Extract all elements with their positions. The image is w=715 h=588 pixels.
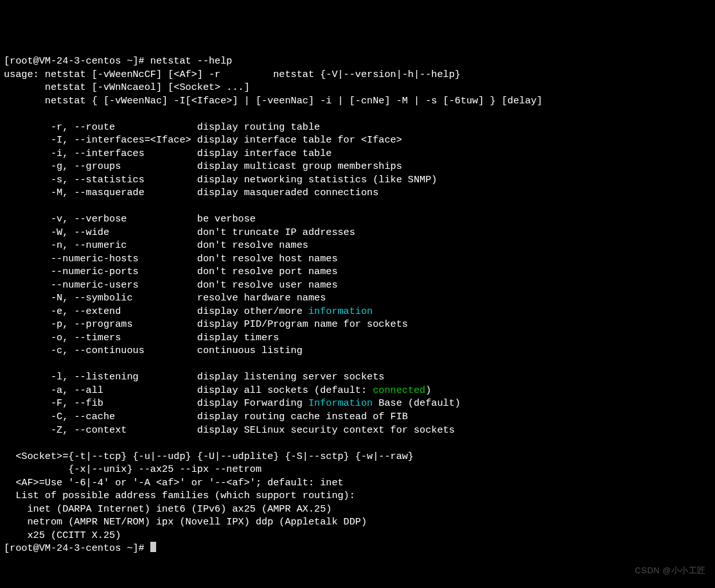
option-line: --numeric-users don't resolve user names [51, 279, 338, 291]
option-line: -C, --cache display routing cache instea… [51, 411, 408, 422]
address-families-header: List of possible address families (which… [4, 490, 355, 501]
option-line: -i, --interfaces display interface table [51, 148, 331, 159]
prompt: [root@VM-24-3-centos ~]# [4, 55, 150, 67]
option-line: --numeric-hosts don't resolve host names [51, 253, 338, 264]
af-syntax: <AF>=Use '-6|-4' or '-A <af>' or '--<af>… [4, 477, 344, 489]
address-family-line: netrom (AMPR NET/ROM) ipx (Novell IPX) d… [4, 516, 373, 528]
usage-line: usage: netstat [-vWeenNcCF] [<Af>] -r ne… [4, 69, 461, 80]
socket-syntax: <Socket>={-t|--tcp} {-u|--udp} {-U|--udp… [4, 451, 414, 462]
address-family-line: x25 (CCITT X.25) [4, 530, 127, 541]
watermark: CSDN @小小工匠 [635, 565, 706, 576]
highlight-word: connected [373, 385, 425, 396]
cursor[interactable] [150, 542, 156, 552]
option-line: -N, --symbolic resolve hardware names [51, 292, 326, 304]
option-line: -c, --continuous continuous listing [51, 345, 303, 356]
option-line: -e, --extend display other/more informat… [51, 306, 373, 317]
highlight-word: information [308, 306, 373, 317]
option-line: -o, --timers display timers [51, 332, 279, 343]
option-line: -M, --masquerade display masqueraded con… [51, 187, 378, 198]
command-text: netstat --help [150, 55, 233, 67]
terminal-output: [root@VM-24-3-centos ~]# netstat --help … [4, 55, 711, 555]
usage-line: netstat [-vWnNcaeol] [<Socket> ...] [4, 82, 250, 93]
option-line: -a, --all display all sockets (default: … [51, 385, 431, 396]
usage-line: netstat { [-vWeenNac] -I[<Iface>] | [-ve… [4, 95, 543, 107]
option-line: -p, --programs display PID/Program name … [51, 318, 408, 330]
prompt[interactable]: [root@VM-24-3-centos ~]# [4, 542, 150, 554]
option-line: -I, --interfaces=<Iface> display interfa… [51, 134, 402, 146]
option-line: -s, --statistics display networking stat… [51, 174, 437, 186]
option-line: -l, --listening display listening server… [51, 371, 385, 383]
option-line: -W, --wide don't truncate IP addresses [51, 227, 355, 238]
highlight-word: Information [308, 397, 373, 409]
option-line: -F, --fib display Forwarding Information… [51, 397, 461, 409]
option-line: -n, --numeric don't resolve names [51, 239, 308, 251]
socket-syntax: {-x|--unix} --ax25 --ipx --netrom [4, 463, 261, 475]
option-line: -v, --verbose be verbose [51, 213, 256, 225]
option-line: -Z, --context display SELinux security c… [51, 424, 455, 436]
option-line: --numeric-ports don't resolve port names [51, 266, 338, 277]
address-family-line: inet (DARPA Internet) inet6 (IPv6) ax25 … [4, 503, 338, 515]
option-line: -r, --route display routing table [51, 121, 320, 133]
option-line: -g, --groups display multicast group mem… [51, 160, 402, 172]
